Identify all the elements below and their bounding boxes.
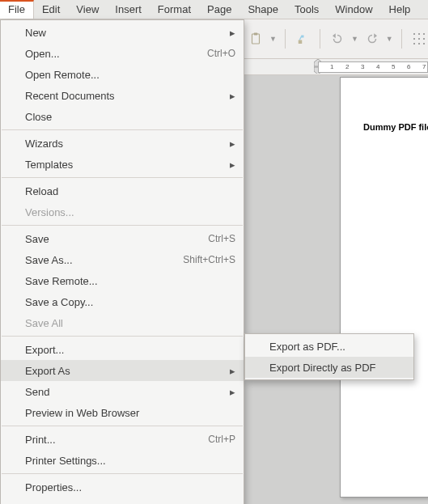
ruler-track[interactable]: 1 2 3 4 5 6 7 [318,61,428,73]
ruler-number: 3 [361,63,364,70]
paste-button[interactable] [247,30,265,48]
menu-close[interactable]: Close [1,106,244,127]
menu-label: Export Directly as PDF [269,362,405,374]
menu-separator [2,473,243,474]
menu-printer-settings[interactable]: Printer Settings... [1,450,244,471]
menu-label: Reload [25,185,235,197]
undo-button[interactable] [328,30,346,48]
submenu-arrow-icon: ▸ [230,159,235,171]
menu-label: Send [25,386,223,398]
menu-new[interactable]: New ▸ [1,22,244,43]
submenu-export-directly-as-pdf[interactable]: Export Directly as PDF [245,357,413,378]
menu-reload[interactable]: Reload [1,180,244,201]
menu-separator [2,129,243,130]
menubar-shape[interactable]: Shape [239,0,286,19]
menu-save[interactable]: Save Ctrl+S [1,228,244,249]
svg-point-5 [423,33,425,35]
menu-separator [2,225,243,226]
menu-label: Save All [25,317,235,329]
redo-button[interactable] [363,30,381,48]
ruler-number: 4 [376,63,379,70]
menubar-tools[interactable]: Tools [286,0,327,19]
menu-print[interactable]: Print... Ctrl+P [1,429,244,450]
menu-label: Save [25,233,208,245]
menu-label: Export As [25,365,223,377]
svg-point-11 [423,43,425,44]
ruler-number: 5 [392,63,395,70]
menu-versions: Versions... [1,201,244,222]
menu-label: Printer Settings... [25,455,235,467]
menu-save-a-copy[interactable]: Save a Copy... [1,291,244,312]
menu-wizards[interactable]: Wizards ▸ [1,133,244,154]
menu-label: Wizards [25,138,223,150]
ruler-number: 7 [422,63,426,70]
svg-rect-1 [254,33,258,36]
menu-save-all: Save All [1,312,244,333]
menubar-window[interactable]: Window [327,0,380,19]
menu-label: Open Remote... [25,69,235,81]
svg-rect-0 [252,34,260,44]
menu-export-as[interactable]: Export As ▸ [1,360,244,381]
menu-save-as[interactable]: Save As... Shift+Ctrl+S [1,249,244,270]
menu-label: Save a Copy... [25,296,235,308]
menubar-page[interactable]: Page [199,0,239,19]
ruler-number: 1 [330,63,333,70]
grid-button[interactable] [410,30,428,48]
page-text: Dummy PDF file [363,122,428,132]
menubar: File Edit View Insert Format Page Shape … [0,0,428,19]
svg-point-6 [413,38,415,40]
menu-preview-browser[interactable]: Preview in Web Browser [1,402,244,423]
menu-label: Close [25,111,235,123]
menubar-file[interactable]: File [0,0,34,19]
menubar-help[interactable]: Help [381,0,419,19]
export-as-submenu: Export as PDF... Export Directly as PDF [244,333,414,380]
submenu-export-as-pdf[interactable]: Export as PDF... [245,336,413,357]
menu-label: New [25,27,223,39]
submenu-arrow-icon: ▸ [230,365,235,377]
chevron-down-icon[interactable]: ▼ [269,35,277,43]
ruler-number: 2 [345,63,349,70]
menu-label: Templates [25,159,223,171]
svg-point-3 [413,33,415,35]
document-page[interactable]: Dummy PDF file [340,77,428,498]
menu-accel: Ctrl+O [207,48,235,59]
menu-properties[interactable]: Properties... [1,476,244,498]
menu-label: Export as PDF... [269,341,405,353]
menu-label: Versions... [25,206,235,218]
svg-rect-2 [299,40,303,44]
menubar-insert[interactable]: Insert [107,0,150,19]
menu-label: Save Remote... [25,275,235,287]
ruler-number: 6 [407,63,410,70]
menu-send[interactable]: Send ▸ [1,381,244,402]
menu-label: Open... [25,48,207,60]
menu-separator [2,426,243,426]
menu-recent-documents[interactable]: Recent Documents ▸ [1,85,244,106]
menu-open-remote[interactable]: Open Remote... [1,64,244,85]
file-menu: New ▸ Open... Ctrl+O Open Remote... Rece… [0,19,244,504]
svg-point-10 [418,43,420,44]
menu-templates[interactable]: Templates ▸ [1,154,244,175]
menubar-format[interactable]: Format [150,0,199,19]
menu-label: Recent Documents [25,90,223,102]
menu-separator [2,336,243,337]
menu-digital-signatures[interactable]: Digital Signatures ▸ [1,498,244,504]
menu-label: Save As... [25,254,183,266]
menu-save-remote[interactable]: Save Remote... [1,270,244,291]
svg-point-9 [413,43,415,44]
submenu-arrow-icon: ▸ [230,90,235,102]
menu-accel: Ctrl+S [208,233,235,244]
menubar-view[interactable]: View [68,0,107,19]
menubar-edit[interactable]: Edit [34,0,68,19]
menu-separator [2,177,243,178]
svg-point-7 [418,38,420,40]
chevron-down-icon[interactable]: ▼ [351,35,358,43]
submenu-arrow-icon: ▸ [230,138,235,150]
menu-label: Export... [25,344,235,356]
menu-accel: Shift+Ctrl+S [183,254,235,265]
menu-export[interactable]: Export... [1,339,244,360]
menu-label: Print... [25,434,208,446]
chevron-down-icon[interactable]: ▼ [386,35,393,43]
submenu-arrow-icon: ▸ [230,27,235,39]
clone-format-button[interactable] [294,30,311,48]
menu-open[interactable]: Open... Ctrl+O [1,43,244,64]
